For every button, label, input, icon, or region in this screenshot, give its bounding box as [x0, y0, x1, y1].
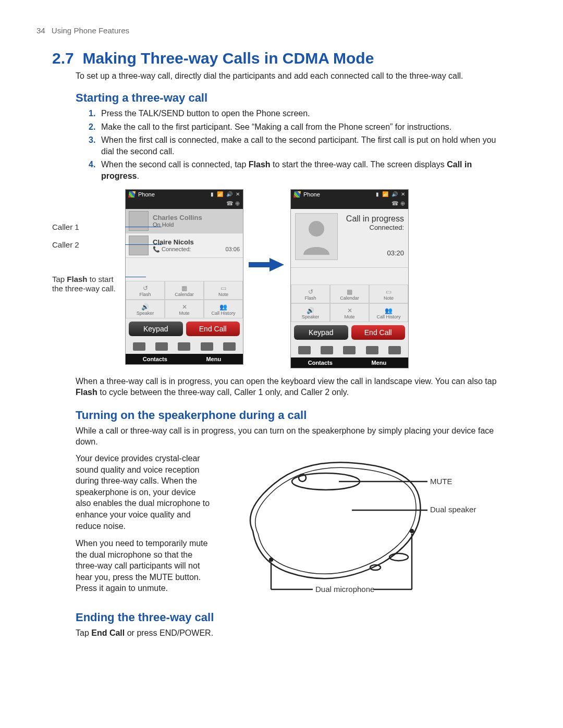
flash-button[interactable]: ↺Flash — [291, 285, 330, 303]
phone-subbar: ☎ ⊕ — [126, 199, 243, 209]
phone-titlebar: Phone ▮ 📶 🔊 ✕ — [291, 190, 408, 199]
phone-footbar: Contacts Menu — [291, 357, 408, 368]
step-4: When the second call is connected, tap F… — [89, 159, 511, 181]
avatar — [129, 211, 149, 231]
tray-icon[interactable] — [223, 342, 236, 351]
windows-flag-icon — [293, 191, 301, 198]
volume-icon: 🔊 — [226, 191, 232, 197]
caller-row-1: Charles Collins On Hold — [126, 209, 243, 233]
phone-screenshot-b: Phone ▮ 📶 🔊 ✕ ☎ ⊕ Call in progress Conne… — [290, 189, 409, 368]
tray-icon[interactable] — [133, 342, 145, 351]
arrow-icon — [243, 257, 290, 273]
mute-button[interactable]: ✕Mute — [165, 300, 204, 318]
speaker-text-column: Your device provides crystal-clear sound… — [76, 453, 211, 600]
contacts-softkey[interactable]: Contacts — [291, 357, 350, 368]
pill-row: Keypad End Call — [291, 322, 408, 343]
phone-titlebar: Phone ▮ 📶 🔊 ✕ — [126, 190, 243, 199]
end-para: Tap End Call or press END/POWER. — [76, 627, 511, 639]
caller-row-2: Claire Nicols 📞 Connected: 03:06 — [126, 233, 243, 258]
big-caller-area: Call in progress Connected: 03:20 — [291, 209, 408, 268]
volume-icon: 🔊 — [391, 191, 398, 197]
action-row-1: ↺Flash ▦Calendar ▭Note — [126, 281, 243, 300]
tray-icon[interactable] — [343, 346, 356, 354]
tray-icon[interactable] — [155, 342, 168, 351]
phone-footbar: Contacts Menu — [126, 354, 243, 364]
action-row-1: ↺Flash ▦Calendar ▭Note — [291, 285, 408, 303]
antenna-icon: 📶 — [217, 191, 223, 197]
pill-row: Keypad End Call — [126, 318, 243, 339]
phone-title: Phone — [138, 191, 155, 198]
speaker-p3: When you need to temporarily mute the du… — [76, 538, 211, 594]
speaker-button[interactable]: 🔊Speaker — [291, 303, 330, 322]
svg-point-4 — [389, 553, 408, 561]
svg-point-7 — [410, 529, 413, 533]
tray-icon[interactable] — [366, 346, 378, 354]
mute-button[interactable]: ✕Mute — [330, 303, 369, 322]
calendar-button[interactable]: ▦Calendar — [330, 285, 369, 303]
keypad-button[interactable]: Keypad — [129, 322, 183, 336]
keypad-button[interactable]: Keypad — [294, 325, 348, 340]
endcall-button[interactable]: End Call — [351, 325, 406, 340]
step-2: Make the call to the first participant. … — [89, 121, 511, 133]
svg-point-6 — [270, 558, 273, 561]
svg-marker-0 — [249, 258, 284, 272]
step-3: When the first call is connected, make a… — [89, 134, 511, 157]
history-button[interactable]: 👥Call History — [204, 300, 243, 318]
leader-line — [125, 277, 146, 277]
annot-caller2: Caller 2 — [52, 240, 125, 250]
endcall-button[interactable]: End Call — [186, 322, 240, 336]
caller2-time: 03:06 — [225, 246, 240, 253]
tray-icon[interactable] — [321, 346, 333, 354]
speaker-button[interactable]: 🔊Speaker — [126, 300, 165, 318]
windows-flag-icon — [128, 191, 136, 198]
section-title: 2.7 Making Three-way Calls in CDMA Mode — [52, 50, 516, 67]
chapter-name: Using Phone Features — [52, 26, 129, 35]
tray-icon[interactable] — [298, 346, 311, 354]
caller2-name: Claire Nicols — [153, 238, 240, 246]
note-button[interactable]: ▭Note — [369, 285, 408, 303]
contacts-softkey[interactable]: Contacts — [126, 354, 185, 364]
annot-caller1: Caller 1 — [52, 223, 125, 232]
leader-line — [125, 227, 162, 227]
leader-line — [125, 244, 162, 245]
avatar — [129, 236, 149, 255]
subheading-speaker: Turning on the speakerphone during a cal… — [76, 409, 532, 422]
svg-point-1 — [309, 221, 324, 237]
subheading-start: Starting a three-way call — [76, 91, 532, 105]
action-row-2: 🔊Speaker ✕Mute 👥Call History — [126, 300, 243, 318]
tray-row — [291, 343, 408, 357]
figure-annotations: Caller 1 Caller 2 Tap Flash to start the… — [52, 189, 125, 300]
calendar-button[interactable]: ▦Calendar — [165, 281, 204, 300]
call-in-progress-label: Call in progress — [343, 214, 404, 224]
close-icon: ✕ — [401, 191, 405, 197]
tray-icon[interactable] — [201, 342, 213, 351]
antenna-icon: 📶 — [382, 191, 388, 197]
connected-label: Connected: — [343, 224, 404, 231]
flash-button[interactable]: ↺Flash — [126, 281, 165, 300]
after-figure-para: When a three-way call is in progress, yo… — [76, 376, 511, 398]
manual-page: 34 Using Phone Features 2.7 Making Three… — [0, 0, 563, 675]
annot-tapflash: Tap Flash to start the three-way call. — [52, 275, 125, 293]
menu-softkey[interactable]: Menu — [350, 357, 409, 368]
person-icon — [301, 218, 332, 255]
caller2-status: 📞 Connected: — [153, 246, 191, 253]
speaker-intro: While a call or three-way call is in pro… — [76, 425, 511, 448]
section-intro: To set up a three-way call, directly dia… — [76, 71, 532, 81]
phone-title: Phone — [303, 191, 320, 198]
running-header: 34 Using Phone Features — [36, 26, 532, 35]
step-1: Press the TALK/SEND button to open the P… — [89, 108, 511, 119]
subheading-end: Ending the three-way call — [76, 611, 532, 624]
tray-icon[interactable] — [388, 346, 401, 354]
speaker-row: Your device provides crystal-clear sound… — [76, 453, 532, 600]
tray-icon[interactable] — [178, 342, 190, 351]
phone-subbar: ☎ ⊕ — [291, 199, 408, 209]
device-diagram: MUTE Dual speaker Dual microphone — [222, 453, 532, 599]
signal-icon: ▮ — [376, 191, 379, 197]
speaker-p2: Your device provides crystal-clear sound… — [76, 453, 211, 532]
signal-icon: ▮ — [211, 191, 214, 197]
menu-softkey[interactable]: Menu — [185, 354, 243, 364]
note-button[interactable]: ▭Note — [204, 281, 243, 300]
call-time: 03:20 — [343, 249, 404, 257]
caller1-name: Charles Collins — [153, 214, 240, 221]
history-button[interactable]: 👥Call History — [369, 303, 408, 322]
